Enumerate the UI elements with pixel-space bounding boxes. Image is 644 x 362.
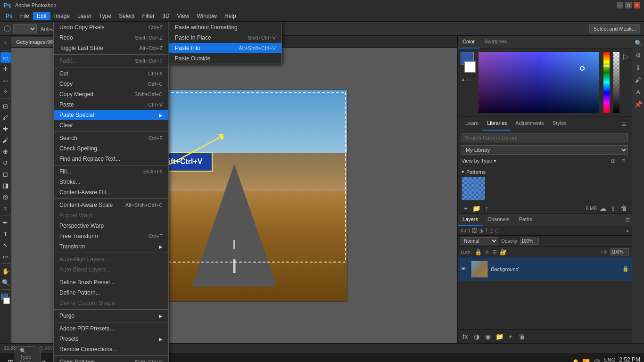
menu-paste[interactable]: PasteCtrl+V xyxy=(54,99,168,110)
hand-tool[interactable]: ✋ xyxy=(0,266,11,276)
patterns-chevron[interactable]: ▾ xyxy=(462,169,464,175)
tab-paths[interactable]: Paths xyxy=(514,214,537,226)
menu-toggle-last[interactable]: Toggle Last StateAlt+Ctrl+Z xyxy=(54,43,168,53)
move-tool[interactable]: ✛ xyxy=(0,64,11,74)
folder-button[interactable]: 📁 xyxy=(472,204,480,213)
triangle-icon[interactable]: ▲ xyxy=(461,76,466,82)
background-color[interactable] xyxy=(464,61,476,73)
menu-cut[interactable]: CutCtrl+X xyxy=(54,68,168,79)
menu-paste-without-format[interactable]: Paste without Formatting xyxy=(169,22,281,33)
filter-pixel-icon[interactable]: 🖼 xyxy=(472,228,477,234)
maximize-button[interactable]: □ xyxy=(625,2,632,8)
layer-adjustment-button[interactable]: ◉ xyxy=(483,332,493,341)
tab-learn[interactable]: Learn xyxy=(462,118,482,131)
layer-group-button[interactable]: 📁 xyxy=(495,332,504,341)
layer-mask-button[interactable]: ◑ xyxy=(472,332,481,341)
menu-redo[interactable]: RedoShift+Ctrl+Z xyxy=(54,33,168,43)
menu-stroke[interactable]: Stroke... xyxy=(54,177,168,187)
info-side-icon[interactable]: ℹ xyxy=(633,62,644,73)
network-icon[interactable]: 📶 xyxy=(582,359,590,362)
menu-auto-blend[interactable]: Auto-Blend Layers... xyxy=(54,264,168,275)
menu-copy-merged[interactable]: Copy MergedShift+Ctrl+C xyxy=(54,89,168,99)
list-view-button[interactable]: ≡ xyxy=(619,156,628,165)
blend-mode-select[interactable]: Normal xyxy=(461,237,498,245)
volume-icon[interactable]: 🔊 xyxy=(593,359,600,362)
text-tool[interactable]: T xyxy=(0,229,11,239)
lock-all-icon[interactable]: 🔐 xyxy=(500,249,507,255)
menu-paste-special[interactable]: Paste Special▶ xyxy=(54,110,168,120)
marquee-style-select[interactable] xyxy=(13,24,37,33)
tab-styles[interactable]: Styles xyxy=(549,118,570,131)
menu-check-spelling[interactable]: Check Spelling... xyxy=(54,143,168,154)
layer-visibility-toggle[interactable]: 👁 xyxy=(461,265,468,272)
cloud-button[interactable]: ☁ xyxy=(599,204,607,213)
menu-help[interactable]: Help xyxy=(221,12,240,20)
pin-side-icon[interactable]: 📌 xyxy=(633,99,644,109)
menu-auto-align[interactable]: Auto-Align Layers... xyxy=(54,254,168,264)
zoom-tool[interactable]: 🔍 xyxy=(0,277,11,288)
home-tool[interactable]: ⌂ xyxy=(0,38,11,48)
tab-libraries[interactable]: Libraries xyxy=(483,118,511,131)
lasso-tool[interactable]: ⌓ xyxy=(0,75,11,85)
menu-view[interactable]: View xyxy=(173,12,193,20)
dodge-tool[interactable]: ○ xyxy=(0,203,11,213)
menu-paste-into[interactable]: Paste IntoAlt+Shift+Ctrl+V xyxy=(169,43,281,53)
pattern-thumbnail[interactable] xyxy=(462,177,485,200)
minimize-button[interactable]: — xyxy=(617,2,623,8)
lock-artboard-icon[interactable]: ⊞ xyxy=(492,249,497,255)
fill-input[interactable] xyxy=(610,248,629,255)
library-select[interactable]: My Library xyxy=(462,145,628,155)
gradient-tool[interactable]: ◨ xyxy=(0,180,11,190)
menu-edit[interactable]: Edit xyxy=(33,12,50,20)
menu-perspective-warp[interactable]: Perspective Warp xyxy=(54,221,168,231)
brush-side-icon[interactable]: 🖌 xyxy=(633,74,644,85)
menu-select[interactable]: Select xyxy=(115,12,138,20)
tools-side-icon[interactable]: ⚙ xyxy=(633,50,644,60)
menu-fade[interactable]: Fade...Shift+Ctrl+F xyxy=(54,56,168,66)
tab-adjustments[interactable]: Adjustments xyxy=(512,118,548,131)
lock-pixels-icon[interactable]: 🔒 xyxy=(475,249,482,255)
menu-pdf-presets[interactable]: Adobe PDF Presets... xyxy=(54,323,168,334)
hue-slider[interactable] xyxy=(603,52,610,113)
layer-new-button[interactable]: + xyxy=(506,332,515,341)
close-button[interactable]: ✕ xyxy=(634,2,640,8)
menu-color-settings[interactable]: Color Settings...Shift+Ctrl+K xyxy=(54,357,168,362)
menu-search[interactable]: SearchCtrl+F xyxy=(54,133,168,143)
menu-remote-connections[interactable]: Remote Connections... xyxy=(54,344,168,354)
grid-view-button[interactable]: ⊞ xyxy=(609,156,618,165)
menu-paste-in-place[interactable]: Paste in PlaceShift+Ctrl+V xyxy=(169,33,281,43)
filter-smart-icon[interactable]: ⬡ xyxy=(495,228,500,234)
menu-image[interactable]: Image xyxy=(50,12,74,20)
menu-define-brush[interactable]: Define Brush Preset... xyxy=(54,277,168,288)
brush-tool[interactable]: 🖌 xyxy=(0,135,11,145)
eraser-tool[interactable]: ◻ xyxy=(0,169,11,179)
layer-delete-button[interactable]: 🗑 xyxy=(517,332,527,341)
healing-tool[interactable]: ✚ xyxy=(0,123,11,134)
tab-layers[interactable]: Layers xyxy=(458,214,483,226)
menu-ps[interactable]: Ps xyxy=(2,12,17,20)
square-icon[interactable]: □ xyxy=(467,76,471,82)
libraries-menu-icon[interactable]: ≡ xyxy=(620,118,628,131)
clock[interactable]: 2:52 PM 9/10/2019 xyxy=(619,356,640,362)
opacity-input[interactable] xyxy=(520,238,539,245)
layer-fx-button[interactable]: fx xyxy=(461,332,470,341)
color-spectrum[interactable] xyxy=(479,52,599,113)
menu-define-pattern[interactable]: Define Pattern... xyxy=(54,288,168,298)
filter-adjust-icon[interactable]: ◑ xyxy=(479,228,483,234)
search-taskbar[interactable]: 🔍 Type here to search xyxy=(21,356,34,362)
alpha-slider[interactable] xyxy=(613,52,619,113)
expand-icon[interactable]: ▷ xyxy=(623,52,629,61)
menu-layer[interactable]: Layer xyxy=(74,12,95,20)
task-view-button[interactable]: ⧉ xyxy=(38,358,50,362)
menu-type[interactable]: Type xyxy=(95,12,115,20)
menu-purge[interactable]: Purge▶ xyxy=(54,311,168,321)
tab-channels[interactable]: Channels xyxy=(483,214,514,226)
select-and-mask-button[interactable]: Select and Mask... xyxy=(589,24,641,33)
view-by-chevron[interactable]: ▾ xyxy=(494,158,496,164)
shape-tool[interactable]: ▭ xyxy=(0,251,11,262)
menu-window[interactable]: Window xyxy=(193,12,221,20)
stamp-tool[interactable]: ⊕ xyxy=(0,146,11,156)
menu-file[interactable]: File xyxy=(17,12,33,20)
menu-3d[interactable]: 3D xyxy=(158,12,173,20)
notification-icon[interactable]: 🔔 xyxy=(572,359,579,362)
